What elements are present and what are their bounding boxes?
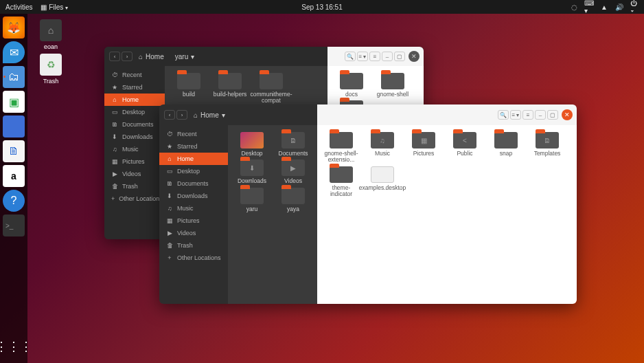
sidebar-item-starred[interactable]: ★Starred	[104, 81, 165, 94]
menu-button[interactable]: ≡	[522, 110, 533, 120]
folder-label: Music	[375, 151, 390, 157]
sidebar-item-desktop[interactable]: ▭Desktop	[159, 165, 228, 177]
path-yaru[interactable]: yaru ▾	[170, 52, 200, 62]
folder-desktop[interactable]: Desktop	[232, 132, 272, 157]
dock-software[interactable]: ▣	[3, 91, 25, 113]
folder-theme-indicator[interactable]: theme-indicator	[321, 166, 361, 198]
sidebar-icon: ★	[111, 84, 118, 91]
folder-gnome-shell[interactable]: gnome-shell	[373, 73, 413, 98]
folder-icon	[240, 132, 264, 148]
view-list-button[interactable]: ≡ ▾	[510, 110, 521, 120]
app-menu[interactable]: ▦ Files	[41, 3, 67, 11]
sidebar-item-recent[interactable]: ⏱Recent	[159, 128, 228, 140]
volume-icon[interactable]: 🔊	[615, 3, 623, 11]
maximize-button[interactable]: ▢	[394, 52, 405, 61]
folder-label: communitheme-compat	[251, 91, 292, 104]
maximize-button[interactable]: ▢	[547, 110, 558, 120]
folder-view-light[interactable]: gnome-shell-extensio...♫Music▦Pictures<P…	[317, 125, 577, 304]
folder-snap[interactable]: snap	[486, 132, 526, 164]
folder-templates[interactable]: 🗎Templates	[527, 132, 567, 164]
minimize-button[interactable]: –	[535, 110, 546, 120]
path-home[interactable]: ⌂ Home ▾	[188, 110, 231, 120]
sidebar-label: Desktop	[122, 109, 145, 116]
sidebar-item-recent[interactable]: ⏱Recent	[104, 69, 165, 81]
folder-icon: ♫	[371, 132, 394, 148]
sidebar-item-other-locations[interactable]: +Other Locations	[159, 252, 228, 264]
close-button[interactable]: ✕	[409, 51, 419, 62]
sidebar-item-desktop[interactable]: ▭Desktop	[104, 106, 165, 118]
forward-button[interactable]: ›	[122, 52, 133, 61]
dock-terminal[interactable]: >_	[3, 214, 25, 236]
dock-apps-grid[interactable]: ⋮⋮⋮	[3, 336, 25, 358]
search-button[interactable]: 🔍	[498, 110, 509, 120]
folder-docs[interactable]: docs	[332, 73, 371, 98]
close-button[interactable]: ✕	[562, 109, 573, 120]
path-home[interactable]: ⌂ Home	[133, 52, 170, 62]
sidebar-item-home[interactable]: ⌂Home	[159, 153, 228, 165]
folder-music[interactable]: ♫Music	[363, 132, 402, 164]
sidebar-icon: ⬇	[166, 192, 173, 199]
clock[interactable]: Sep 13 16:51	[301, 3, 343, 11]
dock-libreoffice[interactable]: 🗎	[3, 140, 25, 162]
files-window-front[interactable]: ‹ › ⌂ Home ▾ 🔍 ≡ ▾ ≡ – ▢ ✕ ⏱Recent★Starr…	[159, 104, 577, 304]
back-button[interactable]: ‹	[109, 52, 120, 61]
folder-gnome-shell-extensio-[interactable]: gnome-shell-extensio...	[321, 132, 361, 164]
menu-button[interactable]: ≡	[369, 52, 380, 61]
sidebar-item-documents[interactable]: 🗎Documents	[104, 118, 165, 131]
sidebar-item-trash[interactable]: 🗑Trash	[104, 180, 165, 192]
view-list-button[interactable]: ≡ ▾	[357, 52, 368, 61]
sidebar-item-music[interactable]: ♫Music	[159, 202, 228, 214]
sidebar-item-home[interactable]: ⌂Home	[104, 94, 165, 106]
dock-app[interactable]	[3, 116, 25, 138]
folder-view-dark[interactable]: Desktop🗎Documents⬇Downloads▶Videosyaruya…	[228, 125, 317, 304]
forward-button[interactable]: ›	[176, 110, 187, 120]
sidebar-item-pictures[interactable]: ▦Pictures	[104, 155, 165, 168]
folder-build-helpers[interactable]: build-helpers	[210, 73, 250, 104]
folder-pictures[interactable]: ▦Pictures	[404, 132, 444, 164]
folder-icon	[177, 73, 200, 89]
sidebar-item-starred[interactable]: ★Starred	[159, 140, 228, 153]
dock-firefox[interactable]: 🦊	[3, 16, 25, 38]
folder-build[interactable]: build	[169, 73, 209, 104]
back-button[interactable]: ‹	[164, 110, 175, 120]
folder-label: Videos	[284, 178, 302, 184]
sidebar-label: Downloads	[177, 192, 208, 199]
desktop-icon-trash[interactable]: ♻ Trash	[34, 54, 67, 85]
folder-public[interactable]: <Public	[445, 132, 485, 164]
folder-documents[interactable]: 🗎Documents	[273, 132, 313, 157]
sidebar-item-music[interactable]: ♫Music	[104, 143, 165, 155]
folder-examples-desktop[interactable]: examples.desktop	[363, 166, 402, 198]
sidebar-item-other-locations[interactable]: +Other Locations	[104, 192, 165, 205]
dock-amazon[interactable]: a	[3, 165, 25, 187]
sidebar-item-videos[interactable]: ▶Videos	[159, 227, 228, 239]
desktop-icon-home[interactable]: ⌂ eoan	[34, 19, 67, 50]
folder-communitheme-compat[interactable]: communitheme-compat	[251, 73, 291, 104]
notification-icon[interactable]: ◌	[570, 3, 578, 11]
sidebar-item-documents[interactable]: 🗎Documents	[159, 177, 228, 190]
sidebar-item-pictures[interactable]: ▦Pictures	[159, 214, 228, 227]
search-button[interactable]: 🔍	[345, 52, 356, 61]
sidebar-item-trash[interactable]: 🗑Trash	[159, 239, 228, 252]
folder-videos[interactable]: ▶Videos	[273, 160, 313, 184]
dock-files[interactable]: 🗂	[3, 66, 25, 88]
network-icon[interactable]: ▲	[600, 3, 608, 11]
sidebar-item-downloads[interactable]: ⬇Downloads	[159, 190, 228, 202]
top-bar: Activities ▦ Files Sep 13 16:51 ◌ ⌨ ▾ ▲ …	[0, 0, 644, 14]
folder-yaya[interactable]: yaya	[273, 188, 313, 212]
folder-label: gnome-shell-extensio...	[321, 151, 361, 164]
activities-button[interactable]: Activities	[5, 3, 32, 11]
sidebar-icon: 🗎	[166, 180, 173, 187]
input-icon[interactable]: ⌨ ▾	[585, 3, 593, 11]
sidebar-label: Videos	[177, 230, 196, 236]
minimize-button[interactable]: –	[382, 52, 393, 61]
power-icon[interactable]: ⏻ ▾	[630, 3, 639, 11]
sidebar-item-videos[interactable]: ▶Videos	[104, 168, 165, 180]
sidebar-label: Music	[122, 146, 139, 153]
folder-yaru[interactable]: yaru	[232, 188, 272, 212]
sidebar-item-downloads[interactable]: ⬇Downloads	[104, 131, 165, 143]
folder-icon	[260, 73, 283, 89]
dock-thunderbird[interactable]: ✉	[3, 41, 25, 63]
folder-downloads[interactable]: ⬇Downloads	[232, 160, 272, 184]
dock-help[interactable]: ?	[3, 190, 25, 212]
home-icon: ⌂	[40, 19, 62, 41]
